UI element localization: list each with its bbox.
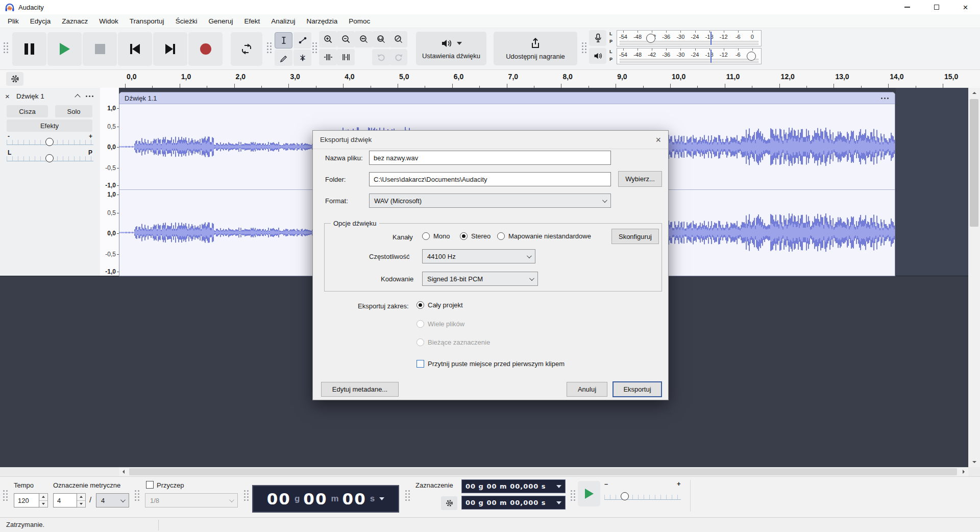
tools-grip[interactable] [267, 42, 272, 53]
track-name[interactable]: Dźwięk 1 [16, 92, 44, 100]
track-close-icon[interactable]: × [5, 92, 10, 101]
gain-slider-knob[interactable] [45, 138, 54, 146]
loop-button[interactable] [231, 32, 262, 66]
play-at-speed-button[interactable] [578, 481, 600, 506]
envelope-tool-button[interactable] [293, 32, 311, 49]
menu-item-9[interactable]: Narzędzia [301, 14, 343, 28]
close-button[interactable]: × [951, 0, 980, 14]
undo-button[interactable] [372, 49, 390, 65]
range-whole-project-radio[interactable]: Cały projekt [416, 301, 463, 309]
selection-options-button[interactable] [441, 496, 457, 510]
meter-grip[interactable] [582, 42, 586, 53]
scroll-up-button[interactable] [968, 88, 980, 98]
timeline-ruler[interactable]: 0,01,02,03,04,05,06,07,08,09,010,011,012… [0, 70, 980, 88]
configure-button[interactable]: Skonfiguruj [611, 229, 659, 244]
folder-input[interactable]: C:\Users\dakarcz\Documents\Audacity [369, 172, 611, 186]
edit-grip[interactable] [312, 42, 317, 53]
share-audio-button[interactable]: Udostępnij nagranie [494, 32, 577, 65]
draw-tool-button[interactable] [275, 50, 292, 66]
timeline-options-button[interactable] [6, 72, 23, 86]
browse-button[interactable]: Wybierz... [618, 171, 662, 187]
horizontal-scroll-thumb[interactable] [129, 468, 957, 475]
scroll-right-button[interactable] [959, 467, 968, 476]
snap-select[interactable]: 1/8 [145, 493, 238, 507]
selection-tool-button[interactable] [275, 32, 292, 49]
play-speed-slider[interactable] [604, 495, 681, 500]
minimize-button[interactable] [893, 0, 922, 14]
zoom-in-button[interactable] [319, 31, 337, 47]
menu-item-4[interactable]: Transportuj [124, 14, 170, 28]
time-signature-spinner[interactable] [77, 493, 86, 507]
zoom-out-button[interactable] [337, 31, 355, 47]
record-gain-knob[interactable] [646, 34, 655, 43]
silence-audio-button[interactable] [337, 49, 355, 65]
stop-button[interactable] [83, 32, 117, 66]
format-select[interactable]: WAV (Microsoft) [369, 194, 611, 208]
maximize-button[interactable] [922, 0, 951, 14]
track-collapse-icon[interactable] [75, 94, 80, 100]
menu-item-7[interactable]: Efekt [238, 14, 265, 28]
clip-header[interactable]: Dźwięk 1.1 [119, 92, 895, 104]
trim-blank-space-checkbox-row[interactable]: Przytnij puste miejsce przed pierwszym k… [416, 360, 565, 368]
range-multiple-files-radio[interactable]: Wiele plików [416, 320, 464, 328]
menu-item-0[interactable]: Plik [2, 14, 24, 28]
playback-meter-speaker-button[interactable] [589, 48, 606, 64]
track-mute-button[interactable]: Cisza [7, 105, 48, 117]
record-meter-mic-button[interactable] [589, 30, 606, 46]
menu-item-6[interactable]: Generuj [203, 14, 238, 28]
menu-item-3[interactable]: Widok [93, 14, 124, 28]
export-button[interactable]: Eksportuj [612, 381, 662, 397]
menu-item-10[interactable]: Pomoc [343, 14, 376, 28]
selection-end-field[interactable]: 00 g 00 m 00,000 s [461, 496, 566, 510]
menu-item-8[interactable]: Analizuj [265, 14, 301, 28]
menu-item-2[interactable]: Zaznacz [56, 14, 93, 28]
range-current-selection-radio[interactable]: Bieżące zaznaczenie [416, 338, 490, 346]
rate-select[interactable]: 44100 Hz [422, 249, 535, 263]
cancel-button[interactable]: Anuluj [567, 382, 607, 397]
record-meter[interactable]: -54-48-42-36-30-24-18-12-60 [617, 30, 762, 46]
audio-setup-button[interactable]: Ustawienia dźwięku [416, 32, 486, 65]
clip-menu-icon[interactable] [881, 98, 883, 99]
pan-slider-knob[interactable] [45, 154, 54, 162]
tempo-input[interactable]: 120 [14, 493, 39, 507]
selection-toolbar-grip[interactable] [405, 490, 410, 501]
scroll-left-button[interactable] [119, 467, 128, 476]
audio-position-display[interactable]: 00g 00m 00s [252, 485, 399, 513]
track-menu-icon[interactable] [86, 95, 87, 97]
skip-to-end-button[interactable] [153, 32, 187, 66]
file-name-input[interactable]: bez nazwy.wav [369, 151, 611, 165]
vertical-scrollbar[interactable] [968, 88, 980, 467]
zoom-fit-project-button[interactable] [372, 31, 390, 47]
playspeed-grip[interactable] [571, 490, 575, 501]
trim-audio-button[interactable] [319, 49, 337, 65]
play-speed-knob[interactable] [621, 492, 629, 500]
playback-meter[interactable]: -54-48-42-36-30-24-18-12-60 [617, 48, 762, 64]
channels-mono-radio[interactable]: Mono [422, 232, 450, 240]
channels-stereo-radio[interactable]: Stereo [460, 232, 491, 240]
redo-button[interactable] [389, 49, 407, 65]
menu-item-1[interactable]: Edycja [24, 14, 57, 28]
channels-custom-mapping-radio[interactable]: Mapowanie niestandardowe [497, 232, 591, 240]
selection-start-field[interactable]: 00 g 00 m 00,000 s [461, 479, 566, 493]
edit-metadata-button[interactable]: Edytuj metadane... [321, 382, 399, 397]
encoding-select[interactable]: Signed 16-bit PCM [422, 272, 538, 286]
multi-tool-button[interactable] [293, 50, 311, 66]
horizontal-scrollbar[interactable] [119, 467, 968, 476]
playback-volume-knob[interactable] [747, 52, 756, 61]
record-button[interactable] [188, 32, 223, 66]
track-solo-button[interactable]: Solo [55, 105, 92, 117]
zoom-toggle-button[interactable] [389, 31, 407, 47]
tempo-spinner[interactable] [39, 493, 48, 507]
vertical-scroll-thumb[interactable] [970, 99, 978, 227]
dialog-title-bar[interactable]: Eksportuj dźwięk × [313, 131, 668, 149]
timedisplay-grip[interactable] [244, 490, 249, 501]
checkbox-icon[interactable] [416, 360, 424, 368]
track-effects-button[interactable]: Efekty [7, 119, 92, 132]
play-button[interactable] [47, 32, 82, 66]
vertical-ruler[interactable]: 1,00,50,0-0,5-1,01,00,50,0-0,5-1,0 [100, 88, 119, 276]
track-empty-area[interactable] [896, 88, 968, 276]
time-signature-upper-input[interactable]: 4 [53, 493, 77, 507]
transport-grip[interactable] [4, 42, 8, 53]
time-signature-lower-select[interactable]: 4 [96, 493, 129, 507]
pause-button[interactable] [12, 32, 46, 66]
